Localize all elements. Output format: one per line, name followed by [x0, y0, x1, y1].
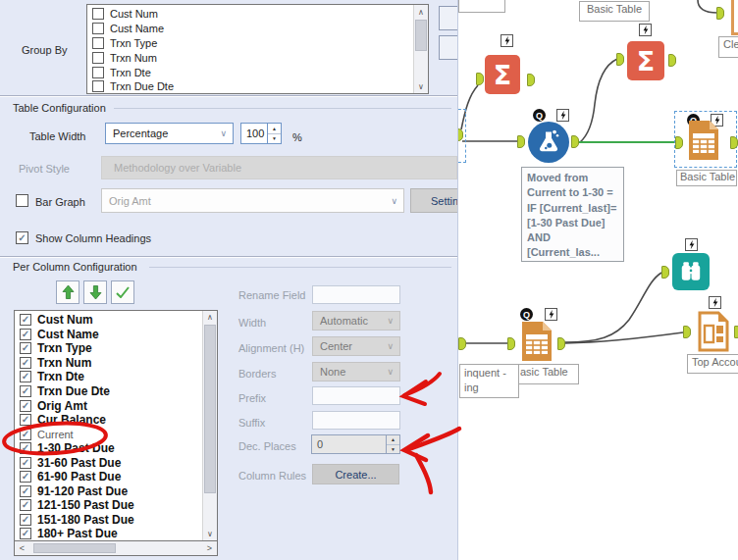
column-item-checkbox[interactable]: ✓	[20, 371, 31, 382]
group-by-extra-button[interactable]	[439, 6, 457, 30]
column-item-checkbox[interactable]: ✓	[20, 342, 31, 354]
scroll-left-icon[interactable]: <	[15, 541, 29, 555]
basic-table-caption[interactable]: Basic Table	[579, 1, 650, 22]
group-by-item-checkbox[interactable]	[92, 8, 104, 20]
group-by-item[interactable]: Trxn Num	[87, 50, 428, 65]
input-anchor[interactable]	[517, 135, 525, 148]
scrollbar-thumb[interactable]	[33, 543, 116, 553]
workflow-canvas[interactable]: Basic Table Σ Σ Cle Q	[457, 0, 738, 560]
group-by-listbox[interactable]: Cust NumCust NameTrxn TypeTrxn NumTrxn D…	[86, 4, 429, 94]
column-item-checkbox[interactable]: ✓	[20, 499, 31, 511]
column-item[interactable]: ✓Orig Amt	[15, 398, 217, 413]
formula-tool-icon[interactable]	[528, 122, 569, 163]
show-column-headings-checkbox[interactable]: ✓	[16, 231, 28, 244]
column-item-checkbox[interactable]: ✓	[20, 414, 31, 426]
scroll-down-icon[interactable]: ∨	[414, 79, 428, 93]
cleanse-caption[interactable]: Cle	[718, 36, 738, 58]
group-by-scrollbar[interactable]: ∧ ∨	[413, 5, 428, 93]
output-anchor[interactable]	[730, 136, 738, 149]
group-by-item-checkbox[interactable]	[92, 67, 104, 78]
group-by-item-checkbox[interactable]	[92, 80, 104, 92]
input-anchor[interactable]	[661, 266, 669, 279]
column-item[interactable]: ✓Cust Num	[15, 313, 217, 328]
output-anchor[interactable]	[557, 337, 565, 350]
scrollbar-thumb[interactable]	[204, 325, 216, 493]
input-anchor[interactable]	[716, 7, 724, 20]
group-by-item[interactable]: Cust Name	[87, 22, 428, 36]
group-by-item[interactable]: Trxn Type	[87, 36, 428, 51]
partial-tool-icon[interactable]	[731, 0, 738, 35]
group-by-item[interactable]: Trxn Due Dte	[87, 79, 428, 94]
basic-table-caption[interactable]: Basic Table	[676, 170, 737, 186]
column-item[interactable]: ✓31-60 Past Due	[15, 455, 217, 470]
column-item-checkbox[interactable]: ✓	[20, 400, 31, 412]
output-anchor[interactable]	[458, 337, 466, 350]
columns-hscrollbar[interactable]: < >	[14, 541, 218, 556]
output-anchor[interactable]	[734, 326, 738, 338]
basic-table-tool-icon[interactable]	[687, 119, 720, 162]
scrollbar-thumb[interactable]	[415, 20, 427, 51]
column-item-checkbox[interactable]: ✓	[20, 429, 31, 440]
suffix-input[interactable]	[312, 411, 400, 430]
scroll-right-icon[interactable]: >	[202, 541, 217, 555]
column-item-checkbox[interactable]: ✓	[20, 385, 31, 397]
apply-check-button[interactable]	[111, 280, 134, 304]
group-by-item[interactable]: Trxn Dte	[87, 65, 428, 79]
rename-field-input[interactable]	[312, 285, 400, 304]
columns-listbox[interactable]: ✓Cust Num✓Cust Name✓Trxn Type✓Trxn Num✓T…	[14, 310, 218, 541]
group-by-item-checkbox[interactable]	[92, 23, 104, 34]
prefix-input[interactable]	[312, 386, 400, 405]
column-item-checkbox[interactable]: ✓	[20, 514, 31, 526]
top-accounts-caption-partial[interactable]: Top Accou	[687, 354, 738, 374]
column-item[interactable]: ✓180+ Past Due	[15, 527, 217, 541]
output-anchor[interactable]	[571, 135, 579, 148]
column-item-checkbox[interactable]: ✓	[20, 457, 31, 469]
column-item[interactable]: ✓Trxn Num	[15, 356, 217, 371]
width-dropdown[interactable]: Automatic ∨	[312, 311, 400, 331]
alignment-dropdown[interactable]: Center ∨	[312, 336, 400, 356]
dec-places-spinner[interactable]: 0 ▲▼	[311, 434, 400, 454]
table-width-dropdown[interactable]: Percentage ∨	[105, 123, 234, 144]
scroll-down-icon[interactable]: ∨	[203, 528, 217, 540]
column-item-checkbox[interactable]: ✓	[20, 329, 31, 340]
move-column-down-button[interactable]	[83, 280, 107, 304]
bar-graph-checkbox[interactable]	[16, 194, 28, 207]
group-by-item[interactable]: Cust Num	[87, 7, 428, 22]
column-item-checkbox[interactable]: ✓	[20, 442, 31, 454]
summarize-tool-icon[interactable]: Σ	[627, 41, 664, 80]
column-item-checkbox[interactable]: ✓	[20, 528, 31, 539]
column-item[interactable]: ✓121-150 Past Due	[15, 498, 217, 513]
input-anchor[interactable]	[476, 73, 484, 85]
move-column-up-button[interactable]	[56, 280, 79, 304]
basic-table-caption-partial[interactable]: asic Table	[515, 364, 579, 384]
column-item[interactable]: ✓Trxn Due Dte	[15, 384, 217, 399]
column-item[interactable]: ✓Cur Balance	[15, 413, 217, 428]
column-item[interactable]: ✓61-90 Past Due	[15, 470, 217, 484]
group-by-item-checkbox[interactable]	[92, 52, 104, 64]
columns-scrollbar[interactable]: ∧ ∨	[202, 311, 217, 540]
column-item[interactable]: ✓1-30 Past Due	[15, 441, 217, 456]
column-item-checkbox[interactable]: ✓	[20, 357, 31, 369]
column-item[interactable]: ✓91-120 Past Due	[15, 484, 217, 499]
column-item-checkbox[interactable]: ✓	[20, 471, 31, 483]
output-anchor[interactable]	[527, 74, 535, 86]
column-item-checkbox[interactable]: ✓	[20, 485, 31, 497]
bar-graph-settings-button[interactable]: Settin	[410, 188, 457, 213]
column-item-checkbox[interactable]: ✓	[20, 314, 31, 326]
scroll-up-icon[interactable]: ∧	[203, 311, 217, 324]
summarize-tool-icon[interactable]: Σ	[485, 55, 520, 94]
tool-annotation-box[interactable]: Moved fromCurrent to 1-30 =IF [Current_l…	[521, 167, 624, 262]
input-anchor[interactable]	[683, 326, 691, 338]
output-anchor[interactable]	[668, 54, 676, 67]
column-item[interactable]: ✓Cust Name	[15, 328, 217, 342]
input-anchor[interactable]	[675, 136, 683, 149]
column-item[interactable]: ✓Current	[15, 427, 217, 441]
column-item[interactable]: ✓151-180 Past Due	[15, 513, 217, 528]
input-anchor[interactable]	[616, 53, 624, 66]
column-rules-create-button[interactable]: Create...	[312, 464, 399, 484]
report-layout-tool-icon[interactable]	[697, 310, 730, 353]
browse-tool-icon[interactable]	[672, 253, 710, 290]
table-width-spinner[interactable]: 100 ▲▼	[240, 123, 282, 144]
borders-dropdown[interactable]: None ∨	[312, 362, 400, 382]
input-anchor[interactable]	[507, 337, 515, 350]
